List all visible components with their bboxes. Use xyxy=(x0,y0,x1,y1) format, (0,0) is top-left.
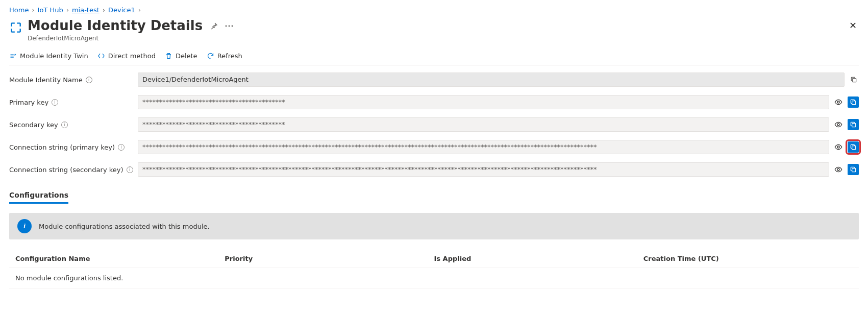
reveal-button[interactable] xyxy=(833,164,844,175)
svg-rect-11 xyxy=(852,168,856,172)
breadcrumb-iothub[interactable]: IoT Hub xyxy=(38,6,63,14)
toolbar-label: Direct method xyxy=(108,52,156,60)
info-icon: i xyxy=(17,219,32,233)
column-header-priority[interactable]: Priority xyxy=(225,255,434,262)
reveal-button[interactable] xyxy=(833,97,844,107)
info-banner: i Module configurations associated with … xyxy=(9,213,859,239)
refresh-button[interactable]: Refresh xyxy=(207,52,242,60)
svg-rect-3 xyxy=(853,79,856,82)
field-label-conn-primary: Connection string (primary key) xyxy=(9,143,115,151)
info-icon[interactable]: i xyxy=(52,99,58,106)
toolbar-label: Module Identity Twin xyxy=(20,52,88,60)
svg-point-1 xyxy=(229,25,230,27)
module-identity-twin-button[interactable]: Module Identity Twin xyxy=(9,52,88,60)
svg-point-2 xyxy=(232,25,233,27)
secondary-key-input: ****************************************… xyxy=(138,117,829,132)
copy-button[interactable] xyxy=(849,75,859,85)
chevron-right-icon: › xyxy=(138,6,141,14)
copy-button[interactable] xyxy=(848,164,859,175)
copy-button[interactable] xyxy=(848,119,859,130)
column-header-creation[interactable]: Creation Time (UTC) xyxy=(643,255,853,262)
svg-point-4 xyxy=(837,101,839,103)
connection-string-primary-input: ****************************************… xyxy=(138,140,829,154)
tab-configurations[interactable]: Configurations xyxy=(9,188,68,204)
info-icon[interactable]: i xyxy=(86,77,92,83)
info-icon[interactable]: i xyxy=(127,166,133,173)
toolbar-label: Refresh xyxy=(217,52,242,60)
breadcrumb: Home › IoT Hub › mia-test › Device1 › xyxy=(9,6,859,14)
field-label-conn-secondary: Connection string (secondary key) xyxy=(9,166,123,174)
delete-button[interactable]: Delete xyxy=(165,52,197,60)
svg-rect-9 xyxy=(852,146,856,150)
module-icon xyxy=(9,18,22,34)
svg-rect-7 xyxy=(852,124,856,127)
primary-key-input: ****************************************… xyxy=(138,95,829,109)
column-header-name[interactable]: Configuration Name xyxy=(15,255,225,262)
copy-button[interactable] xyxy=(848,141,859,153)
more-button[interactable] xyxy=(225,25,233,27)
configurations-table: Configuration Name Priority Is Applied C… xyxy=(9,250,859,288)
info-icon[interactable]: i xyxy=(118,144,125,151)
column-header-applied[interactable]: Is Applied xyxy=(434,255,643,262)
breadcrumb-resource[interactable]: mia-test xyxy=(72,6,100,14)
pin-button[interactable] xyxy=(210,22,218,30)
close-button[interactable]: ✕ xyxy=(847,18,859,33)
svg-point-0 xyxy=(226,25,227,27)
toolbar-label: Delete xyxy=(176,52,197,60)
breadcrumb-home[interactable]: Home xyxy=(9,6,29,14)
svg-point-6 xyxy=(837,124,839,126)
copy-button[interactable] xyxy=(848,96,859,108)
connection-string-secondary-input: ****************************************… xyxy=(138,162,829,177)
svg-point-10 xyxy=(837,168,839,171)
reveal-button[interactable] xyxy=(833,119,844,130)
page-title: Module Identity Details xyxy=(28,18,203,34)
chevron-right-icon: › xyxy=(103,6,105,14)
chevron-right-icon: › xyxy=(66,6,69,14)
command-bar: Module Identity Twin Direct method Delet… xyxy=(9,46,859,65)
info-icon[interactable]: i xyxy=(61,122,68,128)
svg-rect-5 xyxy=(852,101,856,105)
info-banner-text: Module configurations associated with th… xyxy=(39,223,210,230)
direct-method-button[interactable]: Direct method xyxy=(97,52,156,60)
field-label-secondary-key: Secondary key xyxy=(9,121,58,129)
reveal-button[interactable] xyxy=(833,142,844,152)
svg-point-8 xyxy=(837,146,839,148)
page-subtitle: DefenderIotMicroAgent xyxy=(28,35,233,42)
field-label-module-name: Module Identity Name xyxy=(9,76,83,84)
breadcrumb-device[interactable]: Device1 xyxy=(108,6,135,14)
chevron-right-icon: › xyxy=(32,6,34,14)
table-empty-row: No module configurations listed. xyxy=(9,268,859,288)
field-label-primary-key: Primary key xyxy=(9,99,48,106)
module-identity-name-input: Device1/DefenderIotMicroAgent xyxy=(138,73,845,87)
